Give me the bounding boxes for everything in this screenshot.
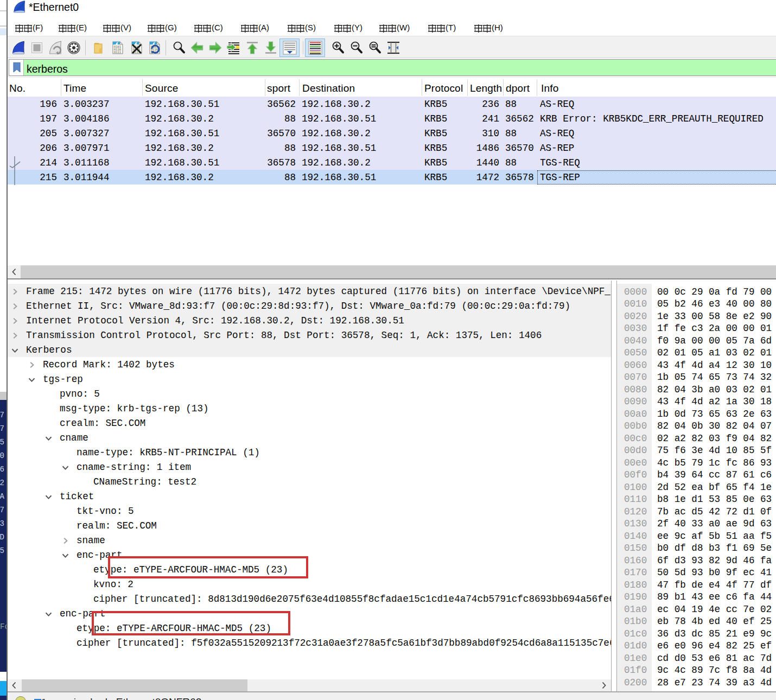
svg-text:0111: 0111: [114, 50, 121, 54]
